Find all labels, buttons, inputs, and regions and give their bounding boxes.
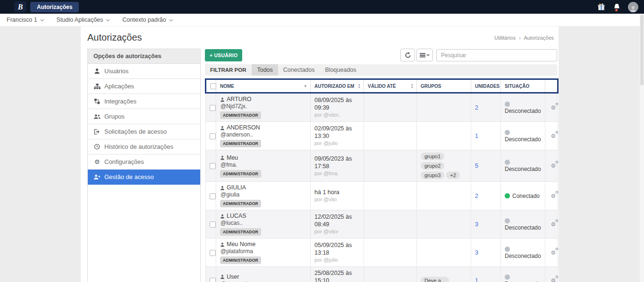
column-header-actions (545, 79, 558, 93)
refresh-button[interactable] (400, 49, 415, 61)
sort-desc-icon: ▾ (304, 84, 306, 88)
user-handle: @lucas.. (220, 220, 306, 227)
sidebar-item-label: Gestão de acesso (104, 173, 154, 180)
authorized-by: por @julio (314, 140, 360, 147)
page-body: Autorizações Utilitários › Autorizações … (0, 26, 644, 282)
column-header-autorizado-em[interactable]: AUTORIZADO EM▴▾ (311, 79, 364, 93)
sidebar-item-integracoes[interactable]: Integrações (88, 94, 200, 109)
user-name: User (227, 273, 239, 281)
search-input[interactable] (436, 49, 557, 61)
authorized-by: por @fma. (314, 170, 360, 177)
status-dot (505, 102, 510, 107)
users-table: NOME▾ AUTORIZADO EM▴▾ VÁLIDO ATÉ▴▾ GRUPO… (205, 78, 559, 282)
user-name: Meu (227, 154, 238, 162)
breadcrumb-current: Autorizações (524, 35, 554, 41)
row-checkbox[interactable] (210, 222, 216, 228)
context-bar: Francisco 1 Studio Aplicações Contexto p… (0, 14, 644, 26)
units-link[interactable]: 2 (475, 193, 478, 199)
context-dropdown-studio[interactable]: Studio Aplicações (57, 17, 110, 23)
avatar[interactable] (628, 2, 638, 12)
select-all-checkbox[interactable] (210, 83, 216, 89)
table-row: Meu @fma. ADMINISTRADOR 09/05/2023 às 17… (206, 150, 558, 182)
group-pill: Deve a... (421, 277, 449, 282)
sidebar-item-historico-de-autorizacoes[interactable]: Histórico de autorizações (88, 139, 200, 154)
role-badge: ADMINISTRADOR (220, 200, 261, 207)
sort-icon: ▴▾ (411, 83, 413, 89)
user-icon (220, 155, 225, 160)
units-link[interactable]: 5 (475, 162, 478, 169)
chevron-down-icon (426, 54, 430, 56)
units-link[interactable]: 2 (475, 104, 478, 111)
sidebar-item-usuarios[interactable]: Usuários (88, 64, 200, 79)
row-checkbox[interactable] (210, 163, 216, 169)
sidebar-item-solicitacoes-de-acesso[interactable]: Solicitações de acesso (88, 124, 200, 139)
authorized-by: por @vitor (314, 228, 360, 235)
bell-icon[interactable] (612, 3, 621, 11)
role-badge: ADMINISTRADOR (220, 256, 261, 264)
scrollbar-thumb[interactable] (640, 15, 644, 85)
scrollbar-track[interactable] (640, 14, 644, 282)
actions-gears-icon[interactable]: ⚙⚙ (549, 221, 558, 228)
status-dot (505, 130, 510, 135)
group-pill: grupo3 (421, 171, 444, 179)
add-user-button[interactable]: + USUÁRIO (205, 49, 242, 61)
actions-gears-icon[interactable]: ⚙⚙ (549, 162, 558, 169)
brand-logo[interactable]: B (14, 1, 26, 12)
status-label: Desconectado (505, 224, 541, 231)
valid-until-cell (364, 93, 417, 122)
row-checkbox[interactable] (210, 133, 216, 139)
row-checkbox[interactable] (210, 250, 216, 256)
list-icon (420, 53, 425, 58)
context-dropdown-account[interactable]: Francisco 1 (7, 17, 44, 23)
units-link[interactable]: 1 (475, 277, 478, 282)
authorized-at: 09/05/2023 às 17:58 (314, 155, 360, 170)
actions-gears-icon[interactable]: ⚙⚙ (549, 104, 558, 111)
chevron-down-icon (169, 19, 173, 22)
column-header-nome[interactable]: NOME▾ (216, 79, 311, 93)
row-checkbox[interactable] (210, 193, 216, 199)
nav-tab-autorizacoes[interactable]: Autorizações (30, 2, 79, 12)
row-checkbox[interactable] (210, 105, 216, 111)
column-header-grupos: GRUPOS (417, 79, 471, 93)
context-label: Studio Aplicações (57, 17, 103, 23)
sort-menu-button[interactable] (416, 49, 433, 61)
gift-icon[interactable] (597, 3, 605, 11)
table-row: GIULIA @giulia ADMINISTRADOR há 1 hora p… (206, 182, 558, 210)
context-dropdown-contexto[interactable]: Contexto padrão (122, 17, 173, 23)
top-navbar: B Autorizações (0, 0, 644, 14)
filter-tabs: Todos Conectados Bloqueados (252, 64, 361, 76)
integration-icon (93, 98, 101, 104)
authorized-at: 08/09/2025 às 09:39 (314, 96, 360, 111)
breadcrumb-section[interactable]: Utilitários (494, 35, 516, 41)
status-label: Conectado (512, 193, 540, 199)
sidebar: Opções de autorizações Usuários Aplicaçõ… (87, 49, 201, 282)
authorized-at: há 1 hora (314, 188, 360, 196)
units-link[interactable]: 3 (475, 221, 478, 228)
filter-tab-bloqueados[interactable]: Bloqueados (320, 64, 362, 76)
table-row: ANDERSON @anderson.. ADMINISTRADOR 02/09… (206, 122, 558, 150)
valid-until-cell (364, 239, 417, 267)
actions-gears-icon[interactable]: ⚙⚙ (549, 277, 558, 282)
units-link[interactable]: 3 (475, 249, 478, 256)
valid-until-cell (364, 150, 417, 182)
filter-tab-todos[interactable]: Todos (252, 64, 278, 76)
sidebar-item-label: Grupos (104, 113, 125, 120)
filter-bar: FILTRAR POR Todos Conectados Bloqueados (205, 64, 557, 76)
column-header-valido-ate[interactable]: VÁLIDO ATÉ▴▾ (364, 79, 417, 93)
status-label: Desconectado (505, 253, 541, 259)
actions-gears-icon[interactable]: ⚙⚙ (549, 193, 558, 199)
sidebar-item-aplicacoes[interactable]: Aplicações (88, 79, 200, 94)
sidebar-item-grupos[interactable]: Grupos (88, 109, 200, 124)
context-label: Contexto padrão (122, 17, 166, 23)
table-row: User @userped 25/08/2025 às 15:10 por @l… (206, 267, 558, 282)
row-checkbox[interactable] (210, 278, 216, 282)
units-link[interactable]: 1 (475, 133, 478, 139)
user-handle: @anderson.. (220, 131, 306, 138)
sidebar-item-configuracoes[interactable]: ⚙ Configurações (88, 154, 200, 170)
actions-gears-icon[interactable]: ⚙⚙ (549, 133, 558, 139)
notification-dot (615, 9, 618, 11)
user-name: Meu Nome (227, 241, 255, 248)
actions-gears-icon[interactable]: ⚙⚙ (549, 249, 558, 256)
filter-tab-conectados[interactable]: Conectados (278, 64, 320, 76)
sidebar-item-gestao-de-acesso[interactable]: Gestão de acesso (88, 170, 200, 185)
